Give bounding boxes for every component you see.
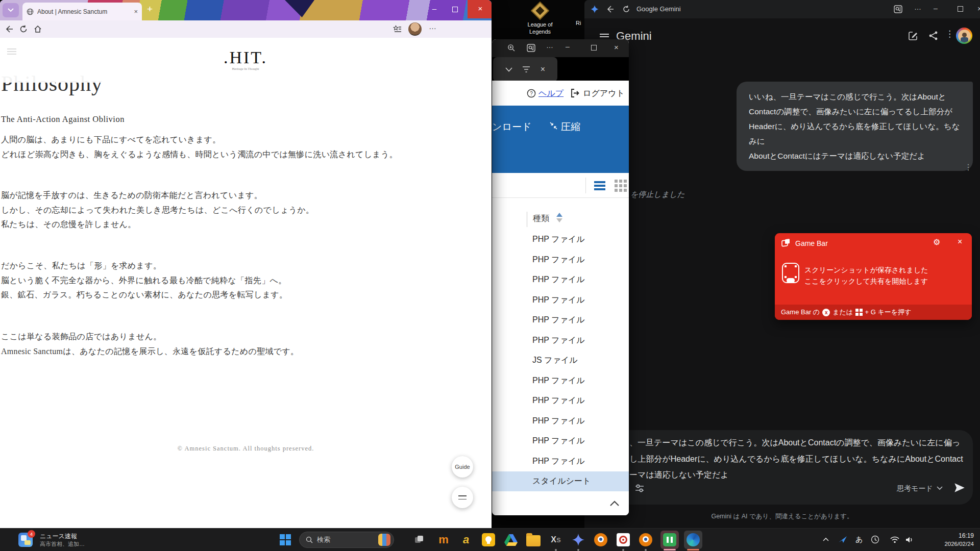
list-item[interactable]: PHP ファイル bbox=[492, 310, 629, 331]
file-manager-titlebar[interactable]: … – × bbox=[492, 39, 629, 57]
new-tab-button[interactable]: + bbox=[147, 4, 153, 15]
clock-tray-icon[interactable] bbox=[871, 535, 879, 544]
close-icon[interactable]: × bbox=[977, 4, 980, 13]
list-item[interactable]: PHP ファイル bbox=[492, 331, 629, 351]
wifi-icon[interactable] bbox=[890, 536, 899, 543]
ime-indicator[interactable]: あ bbox=[855, 535, 863, 544]
compress-button[interactable]: 圧縮 bbox=[561, 120, 580, 134]
league-of-legends-icon[interactable] bbox=[531, 2, 549, 20]
more-options-icon[interactable]: ⋮ bbox=[945, 29, 954, 39]
league-of-legends-label[interactable]: League of Legends bbox=[521, 21, 559, 35]
gear-icon[interactable]: ⚙ bbox=[933, 237, 940, 247]
edge-icon[interactable] bbox=[684, 531, 702, 549]
drive-icon[interactable] bbox=[503, 532, 519, 548]
blender-icon[interactable] bbox=[638, 532, 654, 548]
list-item[interactable]: PHP ファイル bbox=[492, 452, 629, 472]
gemini-app-icon[interactable] bbox=[570, 532, 586, 548]
zoom-in-icon[interactable] bbox=[507, 44, 516, 52]
chevron-down-icon[interactable] bbox=[937, 486, 943, 490]
red-circle-app-icon[interactable] bbox=[615, 532, 631, 548]
list-item[interactable]: PHP ファイル bbox=[492, 290, 629, 311]
compose-icon[interactable] bbox=[908, 31, 918, 41]
list-item[interactable]: PHP ファイル bbox=[492, 431, 629, 452]
task-view-icon[interactable] bbox=[414, 535, 424, 544]
titlebar-menu-icon[interactable]: … bbox=[914, 3, 921, 11]
list-item[interactable]: PHP ファイル bbox=[492, 371, 629, 391]
find-sidebar-icon[interactable] bbox=[527, 44, 536, 52]
browser-tab[interactable]: About | Amnesic Sanctum × bbox=[22, 3, 142, 20]
settings-menu-icon[interactable]: … bbox=[429, 22, 436, 31]
guide-button[interactable]: Guide bbox=[452, 456, 473, 478]
sort-arrows-icon[interactable] bbox=[556, 213, 562, 222]
refresh-icon[interactable] bbox=[19, 25, 28, 33]
clock[interactable]: 16:19 2026/02/24 bbox=[939, 532, 974, 548]
list-view-icon[interactable] bbox=[594, 180, 605, 192]
sort-column-header[interactable]: 種類 bbox=[533, 213, 549, 224]
news-ticker-subtitle[interactable]: 高市首相、追加… bbox=[40, 540, 85, 548]
titlebar-menu-icon[interactable]: … bbox=[546, 41, 553, 49]
xs-app-icon[interactable]: Xs bbox=[548, 532, 564, 548]
gamebar-notification[interactable]: Game Bar ⚙ × スクリーンショットが保存されました ここをクリックして… bbox=[775, 233, 972, 320]
chat-input-box[interactable]: 、一旦テーマはこの感じで行こう。次はAboutとContactの調整で、画像みた… bbox=[615, 430, 973, 505]
back-icon[interactable] bbox=[606, 5, 614, 13]
back-icon[interactable] bbox=[5, 25, 13, 33]
close-icon[interactable]: × bbox=[541, 65, 545, 74]
download-button-partial[interactable]: ンロード bbox=[492, 120, 531, 134]
yellow-a-app-icon[interactable]: a bbox=[458, 532, 474, 548]
chat-input-value[interactable]: 、一旦テーマはこの感じで行こう。次はAboutとContactの調整で、画像みた… bbox=[629, 435, 963, 483]
list-item[interactable]: PHP ファイル bbox=[492, 391, 629, 411]
list-item[interactable]: PHP ファイル bbox=[492, 411, 629, 432]
tab-search-button[interactable] bbox=[3, 3, 19, 17]
ffftp-icon[interactable]: m bbox=[435, 532, 452, 548]
close-icon[interactable]: × bbox=[473, 4, 488, 13]
file-manager-app-icon[interactable] bbox=[660, 531, 679, 549]
send-icon[interactable] bbox=[953, 481, 966, 494]
chevron-down-icon[interactable] bbox=[505, 67, 512, 72]
list-item[interactable]: PHP ファイル bbox=[492, 230, 629, 250]
taskbar-search[interactable]: 検索 bbox=[299, 532, 394, 548]
maximize-icon[interactable] bbox=[958, 6, 963, 12]
list-item[interactable]: PHP ファイル bbox=[492, 250, 629, 270]
onedrive-tray-icon[interactable] bbox=[838, 535, 847, 543]
riot-client-label-partial[interactable]: Ri bbox=[576, 20, 581, 26]
tab-close-icon[interactable]: × bbox=[134, 8, 138, 15]
home-icon[interactable] bbox=[34, 25, 42, 33]
refresh-icon[interactable] bbox=[622, 5, 630, 13]
minimize-icon[interactable]: – bbox=[427, 4, 442, 13]
tune-icon[interactable] bbox=[634, 483, 645, 493]
gamebar-message[interactable]: スクリーンショットが保存されました ここをクリックして共有を開始します bbox=[804, 264, 928, 287]
minimize-icon[interactable]: – bbox=[934, 4, 938, 12]
gemini-titlebar[interactable]: Google Gemini … – × bbox=[584, 0, 980, 18]
maximize-icon[interactable] bbox=[591, 45, 597, 51]
maximize-icon[interactable] bbox=[452, 7, 458, 12]
news-ticker-title[interactable]: ニュース速報 bbox=[40, 532, 77, 541]
menu-icon[interactable] bbox=[7, 47, 16, 56]
help-link[interactable]: ヘルプ bbox=[538, 88, 564, 99]
thinking-mode-selector[interactable]: 思考モード bbox=[897, 484, 933, 493]
message-options-icon[interactable]: ⋮ bbox=[964, 162, 972, 172]
chevron-up-icon[interactable] bbox=[609, 500, 620, 507]
list-item[interactable]: PHP ファイル bbox=[492, 270, 629, 290]
filter-icon[interactable] bbox=[522, 66, 530, 72]
logout-button[interactable]: ログアウト bbox=[583, 88, 625, 99]
file-explorer-icon[interactable] bbox=[525, 533, 542, 549]
list-item-selected[interactable]: スタイルシート bbox=[492, 471, 629, 492]
site-logo[interactable]: .HIT. Heritage In Thought bbox=[205, 49, 286, 70]
blender-icon[interactable] bbox=[593, 532, 609, 548]
list-item[interactable]: JS ファイル bbox=[492, 350, 629, 371]
share-icon[interactable] bbox=[928, 31, 939, 41]
favorites-bar-icon[interactable] bbox=[393, 25, 402, 33]
floating-menu-button[interactable] bbox=[452, 487, 473, 508]
widgets-icon[interactable]: 4 bbox=[18, 533, 33, 547]
hidden-icons-chevron[interactable] bbox=[823, 537, 829, 541]
start-button[interactable] bbox=[280, 534, 291, 545]
search-highlight-image[interactable] bbox=[378, 534, 390, 546]
avatar[interactable] bbox=[956, 28, 972, 44]
minimize-icon[interactable]: – bbox=[566, 42, 570, 51]
close-icon[interactable]: × bbox=[614, 43, 619, 52]
volume-icon[interactable] bbox=[905, 536, 914, 544]
avatar[interactable] bbox=[408, 22, 422, 36]
close-icon[interactable]: × bbox=[958, 237, 962, 246]
find-sidebar-icon[interactable] bbox=[894, 5, 903, 13]
keep-icon[interactable] bbox=[480, 532, 497, 548]
